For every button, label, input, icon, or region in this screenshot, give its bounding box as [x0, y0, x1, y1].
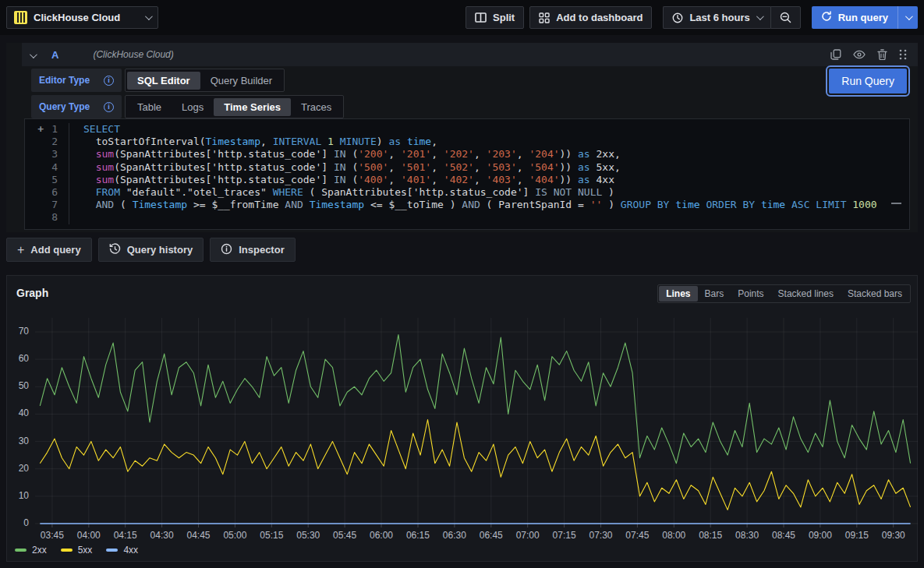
y-axis-label: 20	[7, 463, 29, 474]
viz-mode-points[interactable]: Points	[731, 286, 770, 302]
time-series-chart[interactable]	[35, 312, 918, 530]
sql-token: as	[578, 161, 590, 173]
add-query-button[interactable]: +Add query	[6, 238, 92, 262]
sql-token: sum	[96, 174, 114, 185]
sql-token: ,	[431, 161, 444, 173]
sql-token: LIMIT	[816, 199, 846, 210]
query-type-option-traces[interactable]: Traces	[291, 98, 342, 116]
sql-token: 1	[327, 136, 334, 147]
sql-token: ''	[590, 199, 603, 210]
chevron-down-icon	[905, 12, 913, 20]
sql-token: as	[578, 174, 590, 185]
sql-token: ,	[431, 136, 437, 147]
sql-token: )	[602, 186, 614, 198]
legend-swatch	[106, 549, 118, 552]
sql-token: ,	[388, 174, 401, 185]
query-type-option-logs[interactable]: Logs	[172, 98, 214, 116]
viz-mode-lines[interactable]: Lines	[659, 286, 697, 302]
drag-handle-icon[interactable]	[899, 49, 907, 60]
inspector-button[interactable]: Inspector	[210, 238, 296, 262]
sql-token	[303, 199, 310, 210]
x-axis-label: 09:00	[803, 530, 837, 541]
viz-mode-bars[interactable]: Bars	[698, 286, 731, 302]
run-query-panel-button[interactable]: Run Query	[829, 69, 907, 93]
query-actions-row: +Add queryQuery historyInspector	[6, 238, 296, 262]
sql-token: MINUTE	[340, 136, 377, 147]
editor-type-label: Editor Type i	[31, 69, 122, 92]
query-history-button[interactable]: Query history	[98, 238, 204, 262]
x-axis-label: 04:30	[145, 530, 179, 541]
run-query-dropdown-button[interactable]	[897, 6, 918, 29]
time-picker-button[interactable]: Last 6 hours	[663, 6, 770, 29]
datasource-picker[interactable]: ClickHouse Cloud	[6, 6, 158, 29]
sql-token: AND	[285, 199, 303, 210]
x-axis-label: 08:00	[657, 530, 691, 541]
code-line: 4 sum(SpanAttributes['http.status_code']…	[25, 161, 909, 174]
sql-editor[interactable]: +1SELECT2 toStartOfInterval(Timestamp, I…	[24, 118, 910, 230]
split-icon	[475, 12, 487, 23]
info-icon[interactable]: i	[104, 76, 114, 86]
legend-item-5xx[interactable]: 5xx	[61, 545, 93, 556]
chevron-down-icon	[145, 12, 153, 20]
legend-swatch	[15, 549, 27, 552]
code-line: 3 sum(SpanAttributes['http.status_code']…	[25, 148, 909, 161]
add-to-dashboard-button[interactable]: Add to dashboard	[529, 6, 652, 29]
sql-token	[83, 174, 96, 185]
hide-query-button[interactable]	[853, 49, 866, 60]
y-axis-label: 30	[7, 436, 29, 446]
query-row-header[interactable]: A (ClickHouse Cloud)	[22, 43, 918, 66]
sql-token: '404'	[529, 174, 559, 185]
chevron-down-icon	[756, 12, 764, 20]
collapse-query-button[interactable]	[23, 48, 41, 62]
sql-token: (SpanAttributes['http.status_code']	[114, 174, 334, 185]
sql-token: ))	[560, 174, 578, 185]
legend-item-4xx[interactable]: 4xx	[106, 545, 138, 556]
line-number: 6	[25, 186, 69, 199]
history-icon	[109, 243, 121, 257]
viz-mode-stacked-bars[interactable]: Stacked bars	[841, 286, 909, 302]
sql-token: ,	[474, 174, 487, 185]
explore-page: ClickHouse Cloud Split Add to dashboard	[0, 0, 924, 568]
info-icon[interactable]: i	[104, 102, 114, 112]
code-text: SELECT	[69, 123, 120, 136]
line-number: 8	[25, 211, 69, 224]
sql-token: toStartOfInterval(	[83, 136, 206, 147]
editor-type-option-query-builder[interactable]: Query Builder	[200, 72, 282, 90]
duplicate-query-button[interactable]	[830, 49, 841, 60]
sql-token: (SpanAttributes['http.status_code']	[114, 148, 334, 160]
sql-token: '203'	[487, 148, 517, 160]
legend-item-2xx[interactable]: 2xx	[15, 545, 47, 556]
query-type-option-table[interactable]: Table	[127, 98, 172, 116]
x-axis-label: 04:45	[182, 530, 216, 541]
query-ref-id[interactable]: A	[51, 49, 58, 61]
sql-token: ,	[474, 148, 487, 160]
run-query-group: Run query	[812, 6, 918, 29]
line-number: 3	[25, 148, 69, 161]
sql-token: ,	[388, 148, 401, 160]
editor-type-option-sql-editor[interactable]: SQL Editor	[127, 72, 200, 90]
line-number: 7	[25, 199, 69, 211]
sql-token: (	[346, 148, 359, 160]
sql-token: FROM	[96, 186, 120, 198]
expand-region-icon[interactable]: +	[37, 123, 44, 136]
datasource-label: ClickHouse Cloud	[34, 12, 139, 23]
sql-token: 4xx	[590, 174, 614, 185]
sql-token: ))	[560, 148, 578, 160]
y-axis-label: 10	[7, 490, 29, 501]
viz-mode-stacked-lines[interactable]: Stacked lines	[771, 286, 841, 302]
sql-token: ,	[431, 148, 444, 160]
remove-query-button[interactable]	[877, 49, 887, 60]
query-type-option-time-series[interactable]: Time Series	[214, 98, 291, 116]
code-line: 2 toStartOfInterval(Timestamp, INTERVAL …	[25, 136, 909, 148]
sql-token: '500'	[358, 161, 388, 173]
split-button[interactable]: Split	[466, 6, 524, 29]
zoom-out-button[interactable]	[770, 6, 801, 29]
sql-token: ,	[517, 148, 529, 160]
sql-token: '503'	[487, 161, 517, 173]
sql-token	[321, 136, 327, 147]
run-query-button[interactable]: Run query	[812, 6, 897, 29]
visualization-picker: LinesBarsPointsStacked linesStacked bars	[657, 284, 911, 303]
sql-token: 2xx,	[590, 148, 621, 160]
code-line: +1SELECT	[25, 123, 909, 136]
line-number: 5	[25, 174, 69, 186]
